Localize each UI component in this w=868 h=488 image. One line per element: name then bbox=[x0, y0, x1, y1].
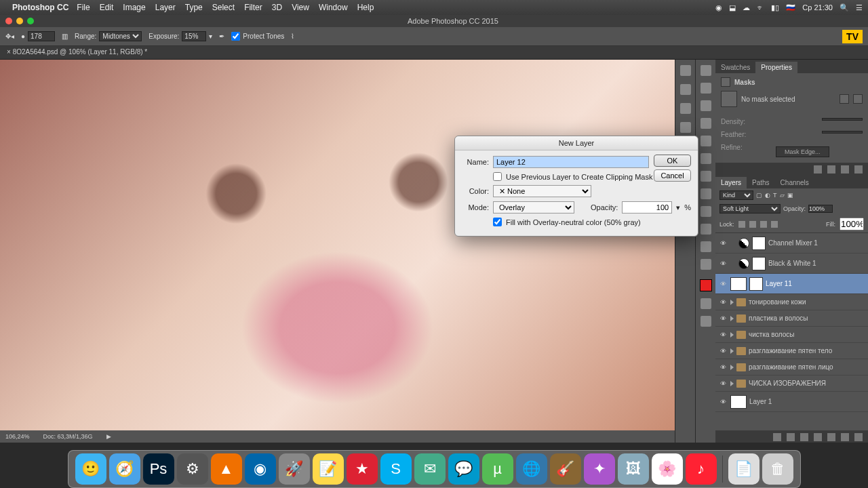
imovie-icon[interactable]: ✦ bbox=[584, 453, 615, 485]
utorrent-icon[interactable]: µ bbox=[482, 453, 513, 485]
mode-select[interactable]: Overlay bbox=[493, 201, 574, 214]
visibility-toggle-icon[interactable] bbox=[718, 330, 728, 340]
crop-tool-icon[interactable] bbox=[701, 118, 711, 129]
filter-pixel-icon[interactable]: ▢ bbox=[756, 192, 762, 199]
photoshop-icon[interactable]: Ps bbox=[143, 453, 174, 485]
prop-footer-icon-1[interactable] bbox=[814, 165, 822, 174]
history-panel-icon[interactable] bbox=[680, 65, 691, 76]
disk-icon[interactable]: ◉ bbox=[245, 453, 276, 485]
dialog-opacity-input[interactable] bbox=[622, 201, 672, 214]
visibility-toggle-icon[interactable] bbox=[718, 298, 728, 307]
prop-trash-icon[interactable] bbox=[854, 165, 863, 174]
mask-icon[interactable] bbox=[800, 433, 808, 441]
color-select[interactable]: ✕ None bbox=[493, 185, 591, 197]
layer-row[interactable]: чистка волосы bbox=[715, 327, 868, 343]
menu-window[interactable]: Window bbox=[319, 3, 348, 12]
spotlight-icon[interactable]: 🔍 bbox=[840, 3, 849, 12]
visibility-toggle-icon[interactable] bbox=[718, 346, 728, 356]
new-layer-icon[interactable] bbox=[841, 433, 849, 441]
clone-panel-icon[interactable] bbox=[680, 122, 691, 133]
cloud-icon[interactable]: ☁ bbox=[743, 3, 750, 12]
layer-filter-kind[interactable]: Kind bbox=[719, 190, 753, 200]
blend-mode-select[interactable]: Soft Light bbox=[719, 204, 781, 214]
trash-icon[interactable]: 🗑 bbox=[762, 453, 793, 485]
visibility-toggle-icon[interactable] bbox=[718, 314, 728, 323]
finder-icon[interactable]: 🙂 bbox=[75, 453, 106, 485]
menu-select[interactable]: Select bbox=[212, 3, 235, 12]
status-play-icon[interactable]: ▶ bbox=[106, 433, 111, 440]
filter-type-icon[interactable]: T bbox=[773, 192, 777, 199]
record-icon[interactable]: ◉ bbox=[715, 3, 722, 12]
filter-adj-icon[interactable]: ◐ bbox=[765, 192, 770, 199]
prop-footer-icon-2[interactable] bbox=[827, 165, 835, 174]
delete-layer-icon[interactable] bbox=[854, 433, 863, 441]
lock-transparent-icon[interactable] bbox=[738, 221, 745, 228]
skype-icon[interactable]: S bbox=[380, 453, 412, 485]
visibility-toggle-icon[interactable] bbox=[718, 397, 728, 407]
tab-paths[interactable]: Paths bbox=[747, 177, 775, 188]
menu-view[interactable]: View bbox=[292, 3, 309, 12]
cancel-button[interactable]: Cancel bbox=[654, 169, 691, 182]
foreground-color-swatch[interactable] bbox=[700, 279, 712, 291]
menu-filter[interactable]: Filter bbox=[244, 3, 262, 12]
fill-field[interactable] bbox=[840, 218, 864, 230]
zoom-tool-icon[interactable] bbox=[701, 259, 711, 270]
opacity-field[interactable] bbox=[808, 205, 833, 213]
tab-layers[interactable]: Layers bbox=[715, 177, 747, 188]
layer-row[interactable]: Layer 1 bbox=[715, 392, 868, 412]
visibility-toggle-icon[interactable] bbox=[718, 363, 728, 372]
safari-icon[interactable]: 🧭 bbox=[109, 453, 140, 485]
layer-row[interactable]: ЧИСКА ИЗОБРАЖЕНИЯ bbox=[715, 375, 868, 392]
brush-tool-icon[interactable] bbox=[701, 171, 711, 182]
tool-preset-icon[interactable]: ✥◂ bbox=[5, 33, 14, 40]
screenmode-icon[interactable] bbox=[701, 316, 711, 327]
notes-icon[interactable]: 📝 bbox=[313, 453, 344, 485]
eyedropper-tool-icon[interactable] bbox=[701, 136, 711, 146]
todo-icon[interactable]: ★ bbox=[347, 453, 378, 485]
mail-icon[interactable]: ✉ bbox=[414, 453, 446, 485]
airbrush-icon[interactable]: ✒ bbox=[219, 33, 224, 40]
group-disclosure-icon[interactable] bbox=[730, 332, 734, 338]
hand-tool-icon[interactable] bbox=[701, 241, 711, 252]
visibility-toggle-icon[interactable] bbox=[718, 259, 728, 268]
menu-layer[interactable]: Layer bbox=[155, 3, 176, 12]
browser-icon[interactable]: 🌐 bbox=[516, 453, 547, 485]
group-disclosure-icon[interactable] bbox=[730, 348, 734, 354]
healing-tool-icon[interactable] bbox=[701, 153, 711, 164]
feather-slider[interactable] bbox=[822, 131, 863, 134]
exposure-field[interactable] bbox=[182, 31, 206, 41]
quickmask-icon[interactable] bbox=[701, 298, 711, 309]
clock[interactable]: Ср 21:30 bbox=[802, 3, 833, 12]
menu-help[interactable]: Help bbox=[357, 3, 374, 12]
group-disclosure-icon[interactable] bbox=[730, 316, 734, 321]
lock-pixels-icon[interactable] bbox=[749, 221, 756, 228]
link-layers-icon[interactable] bbox=[773, 433, 781, 441]
mask-edge-button[interactable]: Mask Edge... bbox=[776, 146, 829, 157]
layer-row[interactable]: Layer 11 bbox=[715, 274, 868, 294]
fx-icon[interactable] bbox=[787, 433, 795, 441]
lock-position-icon[interactable] bbox=[760, 221, 767, 228]
menu-file[interactable]: File bbox=[77, 3, 90, 12]
document-tab[interactable]: × 8O2A5644.psd @ 106% (Layer 11, RGB/8) … bbox=[0, 46, 868, 60]
range-select[interactable]: Midtones bbox=[99, 31, 142, 41]
visibility-toggle-icon[interactable] bbox=[718, 279, 728, 289]
photos-icon[interactable]: 🌸 bbox=[652, 453, 683, 485]
layer-row[interactable]: пластика и волосы bbox=[715, 310, 868, 327]
dropbox-icon[interactable]: ⬓ bbox=[729, 3, 736, 12]
layer-name-input[interactable] bbox=[493, 156, 649, 168]
tablet-pressure-icon[interactable]: ⌇ bbox=[291, 33, 294, 40]
path-tool-icon[interactable] bbox=[701, 206, 711, 217]
clipping-mask-checkbox[interactable] bbox=[493, 172, 502, 181]
filter-shape-icon[interactable]: ▱ bbox=[780, 192, 785, 199]
downloads-icon[interactable]: 📄 bbox=[728, 453, 760, 485]
minimize-window-button[interactable] bbox=[16, 18, 23, 24]
prop-footer-icon-3[interactable] bbox=[841, 165, 849, 174]
wifi-icon[interactable]: ᯤ bbox=[757, 3, 764, 12]
marquee-tool-icon[interactable] bbox=[701, 83, 711, 94]
type-tool-icon[interactable] bbox=[701, 188, 711, 199]
maximize-window-button[interactable] bbox=[27, 18, 34, 24]
visibility-toggle-icon[interactable] bbox=[718, 239, 728, 248]
adjustment-icon[interactable] bbox=[814, 433, 822, 441]
exposure-chevron-icon[interactable]: ▾ bbox=[209, 33, 212, 40]
ok-button[interactable]: OK bbox=[654, 155, 691, 167]
